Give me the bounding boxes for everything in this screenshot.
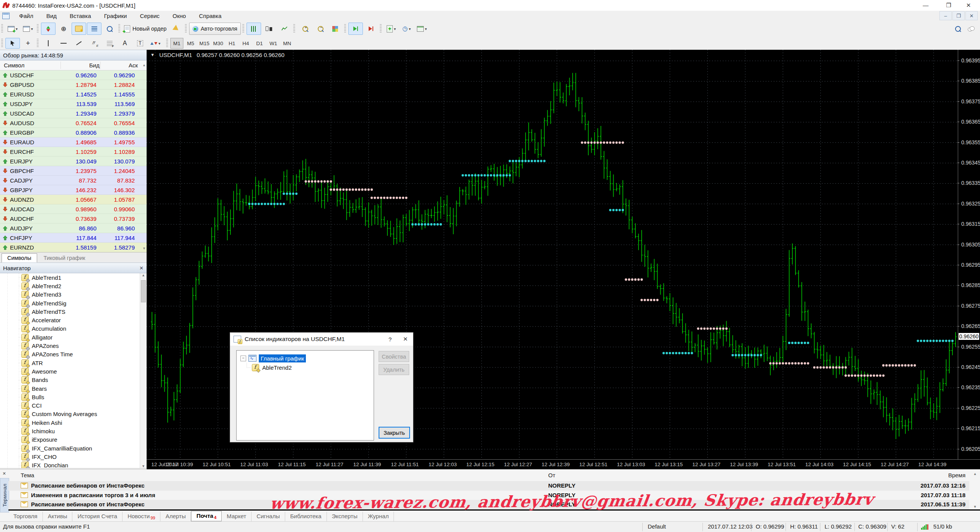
tile-windows-button[interactable] xyxy=(328,23,343,35)
timeframe-mn[interactable]: MN xyxy=(281,38,294,49)
scroll-up-icon[interactable]: ▲ xyxy=(142,63,146,67)
dialog-close-button[interactable]: ✕ xyxy=(398,333,413,345)
timeframe-m15[interactable]: M15 xyxy=(198,38,211,49)
navigator-item-accelerator[interactable]: fAccelerator xyxy=(0,316,147,324)
properties-button[interactable]: Свойства xyxy=(379,351,409,362)
strategy-tester-button[interactable] xyxy=(102,23,117,35)
market-watch-toggle-button[interactable] xyxy=(41,23,56,35)
search-icon[interactable] xyxy=(955,26,961,32)
restore-button[interactable]: ❐ xyxy=(940,0,957,10)
hline-tool-button[interactable] xyxy=(56,38,71,49)
text-tool-button[interactable]: A xyxy=(118,38,132,49)
timeframe-m5[interactable]: M5 xyxy=(184,38,197,49)
metaeditor-button[interactable] xyxy=(169,23,183,35)
status-profile[interactable]: Default xyxy=(648,523,666,530)
crosshair-tool-button[interactable]: + xyxy=(21,38,35,49)
market-row-eurnzd[interactable]: EURNZD1.581591.58279 xyxy=(0,243,147,252)
market-row-usdchf[interactable]: USDCHF0.962600.96290 xyxy=(0,70,147,80)
chart-minimize-button[interactable]: – xyxy=(939,11,952,20)
indicator-name[interactable]: AbleTrend2 xyxy=(262,364,292,371)
market-row-euraud[interactable]: EURAUD1.496851.49755 xyxy=(0,137,147,147)
toolbar-grip[interactable] xyxy=(242,24,244,33)
tree-node-abletrend2[interactable]: f AbleTrend2 xyxy=(237,363,374,372)
navigator-item-ifx-camarilliaequation[interactable]: fIFX_CamarilliaEquation xyxy=(0,444,147,452)
toolbar-grip[interactable] xyxy=(344,24,346,33)
label-tool-button[interactable]: T xyxy=(133,38,147,49)
indicators-button[interactable]: + ▾ xyxy=(384,23,399,35)
market-watch-column-header[interactable]: Символ Бид Аск ▲ xyxy=(0,60,147,70)
navigator-item-abletrendsig[interactable]: fAbleTrendSig xyxy=(0,299,147,307)
templates-button[interactable]: ▾ xyxy=(415,23,429,35)
data-window-button[interactable]: ⊕ xyxy=(56,23,71,35)
scroll-down-icon[interactable]: ▼ xyxy=(142,246,146,250)
chart-shift-button[interactable] xyxy=(364,23,378,35)
chart-close-button[interactable]: ✕ xyxy=(965,11,978,20)
navigator-item-abletrend2[interactable]: fAbleTrend2 xyxy=(0,282,147,290)
navigator-item-alligator[interactable]: fAlligator xyxy=(0,333,147,341)
terminal-tab-алерты[interactable]: Алерты xyxy=(160,512,191,521)
column-ask[interactable]: Аск xyxy=(100,62,139,69)
toolbar-grip[interactable] xyxy=(118,24,120,33)
market-row-audchf[interactable]: AUDCHF0.736390.73739 xyxy=(0,214,147,224)
market-row-audnzd[interactable]: AUDNZD1.056671.05787 xyxy=(0,195,147,204)
toolbar-grip[interactable] xyxy=(37,39,39,48)
cursor-tool-button[interactable] xyxy=(5,38,20,49)
timeframe-h1[interactable]: H1 xyxy=(225,38,238,49)
menu-графики[interactable]: Графики xyxy=(98,13,134,19)
market-row-eurgbp[interactable]: EURGBP0.889060.88936 xyxy=(0,128,147,137)
navigator-close-icon[interactable]: ✕ xyxy=(139,265,144,271)
terminal-tab-эксперты[interactable]: Эксперты xyxy=(327,512,363,521)
timeframe-w1[interactable]: W1 xyxy=(267,38,280,49)
market-row-audusd[interactable]: AUDUSD0.765240.76554 xyxy=(0,118,147,128)
navigator-item-abletrend3[interactable]: fAbleTrend3 xyxy=(0,290,147,299)
scroll-down-icon[interactable]: ▼ xyxy=(142,464,145,468)
navigator-scrollbar[interactable]: ▲ ▼ xyxy=(140,273,147,468)
column-subject[interactable]: Тема xyxy=(21,472,34,478)
collapse-triangle-icon[interactable]: ▼ xyxy=(150,52,155,58)
terminal-tab-торговля[interactable]: Торговля xyxy=(8,512,43,521)
navigator-item-heiken-ashi[interactable]: fHeiken Ashi xyxy=(0,418,147,427)
navigator-item-bulls[interactable]: fBulls xyxy=(0,393,147,401)
scrollbar-thumb[interactable] xyxy=(141,280,146,302)
bar-chart-button[interactable] xyxy=(247,23,261,35)
tree-node-main-chart[interactable]: − Главный график xyxy=(237,354,374,363)
timeframe-d1[interactable]: D1 xyxy=(253,38,266,49)
dialog-help-button[interactable]: ? xyxy=(382,333,398,345)
navigator-item-apazones-time[interactable]: fAPAZones Time xyxy=(0,350,147,359)
navigator-item-accumulation[interactable]: fAccumulation xyxy=(0,325,147,333)
column-from[interactable]: От xyxy=(548,472,555,478)
terminal-side-tab[interactable]: Терминал xyxy=(0,478,9,512)
time-axis[interactable]: 12 Jul 201712 Jul 10:3912 Jul 10:5112 Ju… xyxy=(147,459,980,470)
terminal-tab-активы[interactable]: Активы xyxy=(43,512,73,521)
autotrade-button[interactable]: Авто-торговля xyxy=(189,23,241,35)
navigator-toggle-button[interactable]: ★ xyxy=(72,23,86,35)
terminal-tab-новости[interactable]: Новости99 xyxy=(122,512,160,521)
profiles-button[interactable]: ▾ xyxy=(21,23,35,35)
navigator-item-cci[interactable]: fCCI xyxy=(0,401,147,410)
terminal-tab-маркет[interactable]: Маркет xyxy=(222,512,252,521)
scroll-up-icon[interactable]: ▲ xyxy=(142,273,145,277)
market-row-eurusd[interactable]: EURUSD1.145251.14555 xyxy=(0,90,147,99)
dialog-title-bar[interactable]: Список индикаторов на USDCHF,M1 ? ✕ xyxy=(230,333,413,346)
chart-restore-button[interactable]: ❐ xyxy=(952,11,965,20)
periods-button[interactable]: ◷ ▾ xyxy=(399,23,414,35)
menu-сервис[interactable]: Сервис xyxy=(133,13,166,19)
terminal-tab-журнал[interactable]: Журнал xyxy=(363,512,394,521)
delete-button[interactable]: Удалить xyxy=(379,364,409,375)
market-row-chfjpy[interactable]: CHFJPY117.844117.944 xyxy=(0,233,147,243)
community-chat-icon[interactable] xyxy=(968,26,975,31)
new-order-button[interactable]: + Новый ордер xyxy=(122,23,168,35)
price-axis[interactable]: 0.963950.963850.963750.963650.963550.963… xyxy=(958,50,980,459)
toolbar-grip[interactable] xyxy=(166,39,168,48)
new-chart-button[interactable]: + ▾ xyxy=(5,23,20,35)
mail-column-header[interactable]: Тема От Время xyxy=(8,472,980,481)
navigator-item-ifx-donchian[interactable]: fIFX_Donchian xyxy=(0,461,147,468)
tree-collapse-icon[interactable]: − xyxy=(240,356,246,361)
auto-scroll-button[interactable] xyxy=(348,23,363,35)
menu-вставка[interactable]: Вставка xyxy=(63,13,98,19)
navigator-item-apazones[interactable]: fAPAZones xyxy=(0,341,147,350)
main-chart-label[interactable]: Главный график xyxy=(259,354,306,362)
navigator-item-ichimoku[interactable]: fIchimoku xyxy=(0,427,147,435)
menu-файл[interactable]: Файл xyxy=(13,13,40,19)
market-row-audjpy[interactable]: AUDJPY86.86086.960 xyxy=(0,224,147,233)
